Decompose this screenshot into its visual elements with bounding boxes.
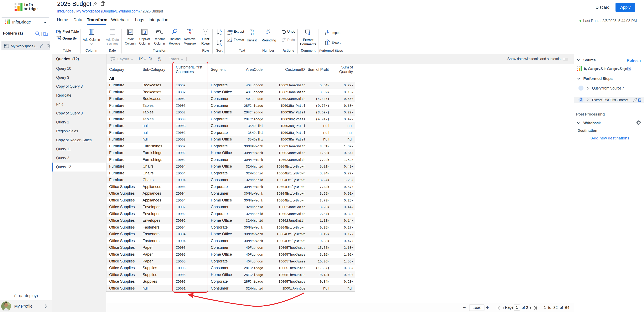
svg-text:A: A — [220, 43, 222, 46]
svg-text:{A}: {A} — [249, 30, 254, 33]
svg-text:Z: Z — [220, 32, 222, 35]
svg-text:.00: .00 — [149, 59, 152, 61]
svg-text:Z: Z — [220, 40, 222, 43]
svg-text:123: 123 — [227, 33, 232, 35]
svg-text:.00: .00 — [158, 57, 160, 59]
svg-text:.00: .00 — [266, 29, 270, 32]
svg-text:.0: .0 — [159, 59, 161, 61]
svg-text:A: A — [220, 29, 222, 32]
svg-text:.0: .0 — [150, 57, 152, 59]
svg-text:A: A — [228, 38, 230, 42]
svg-text:.0: .0 — [268, 32, 270, 35]
svg-text:ABC: ABC — [227, 30, 232, 32]
svg-text:{B}: {B} — [249, 33, 254, 35]
